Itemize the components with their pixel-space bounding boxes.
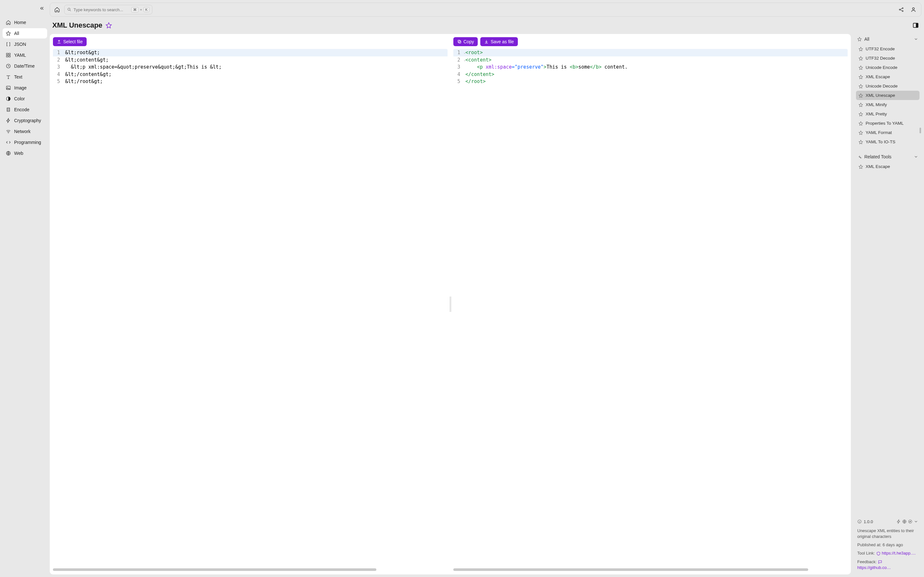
related-section-header[interactable]: Related Tools xyxy=(854,152,921,162)
star-icon xyxy=(857,37,862,41)
star-icon xyxy=(859,65,863,70)
page-title: XML Unescape xyxy=(52,21,102,29)
tool-label: Properties To YAML xyxy=(866,121,904,126)
tool-list[interactable]: UTF32 Encode UTF32 Decode Unicode Encode… xyxy=(854,44,921,148)
tool-item-unicode-encode[interactable]: Unicode Encode xyxy=(856,63,919,72)
globe-icon[interactable] xyxy=(902,519,907,524)
sidebar-collapse-button[interactable] xyxy=(38,5,46,12)
tool-item-yaml-format[interactable]: YAML Format xyxy=(856,128,919,137)
star-icon xyxy=(859,164,863,169)
tool-item-xml-pretty[interactable]: XML Pretty xyxy=(856,109,919,119)
output-h-scrollbar[interactable] xyxy=(453,568,848,571)
copy-icon xyxy=(457,39,462,44)
home-icon xyxy=(54,7,60,13)
favorite-button[interactable] xyxy=(105,22,112,29)
tool-link-line: Tool Link: https://t.he3app.co… xyxy=(857,550,918,556)
user-icon xyxy=(911,7,916,13)
tool-item-utf32-decode[interactable]: UTF32 Decode xyxy=(856,53,919,63)
tool-item-xml-escape[interactable]: XML Escape xyxy=(856,72,919,81)
content-row: Select file 1&lt;root&gt; 2&lt;content&g… xyxy=(50,34,921,574)
bolt-icon xyxy=(6,118,11,123)
brackets-icon xyxy=(6,42,11,47)
share-button[interactable] xyxy=(897,5,906,14)
search-box[interactable]: ⌘ + K xyxy=(64,5,152,15)
chevron-down-icon xyxy=(914,155,918,159)
tool-label: YAML To IO-TS xyxy=(866,139,895,144)
search-icon xyxy=(67,7,71,12)
nav-label: Date/Time xyxy=(14,63,35,69)
nav-label: YAML xyxy=(14,53,26,58)
input-code-area[interactable]: 1&lt;root&gt; 2&lt;content&gt; 3 &lt;p x… xyxy=(53,49,447,567)
select-file-button[interactable]: Select file xyxy=(53,37,87,46)
input-h-scrollbar[interactable] xyxy=(53,568,447,571)
feedback-link[interactable]: https://github.com/… xyxy=(857,565,893,571)
related-item-xml-escape[interactable]: XML Escape xyxy=(856,162,919,171)
nav-item-encode[interactable]: Encode xyxy=(3,105,47,115)
nav-label: Image xyxy=(14,85,27,90)
tool-item-properties-to-yaml[interactable]: Properties To YAML xyxy=(856,119,919,128)
related-list: XML Escape xyxy=(854,162,921,173)
tool-label: XML Pretty xyxy=(866,111,887,116)
save-as-file-button[interactable]: Save as file xyxy=(480,37,517,46)
copy-button[interactable]: Copy xyxy=(453,37,478,46)
nav-item-yaml[interactable]: YAML xyxy=(3,50,47,60)
star-icon xyxy=(859,47,863,51)
tool-label: XML Escape xyxy=(866,74,890,79)
tool-label: YAML Format xyxy=(866,130,892,135)
code-line: 1&lt;root&gt; xyxy=(53,49,447,56)
search-input[interactable] xyxy=(71,7,131,12)
button-label: Copy xyxy=(464,39,474,44)
editors: Select file 1&lt;root&gt; 2&lt;content&g… xyxy=(50,34,851,574)
panel-icon xyxy=(913,22,919,29)
nav-label: Home xyxy=(14,20,26,25)
star-icon xyxy=(859,121,863,126)
tool-label: XML Minify xyxy=(866,102,887,107)
tool-item-xml-minify[interactable]: XML Minify xyxy=(856,100,919,109)
bolt-icon[interactable] xyxy=(897,519,901,524)
check-circle-icon[interactable] xyxy=(908,519,913,524)
nav-item-programming[interactable]: Programming xyxy=(3,137,47,147)
all-section-header[interactable]: All xyxy=(854,34,921,44)
tool-link[interactable]: https://t.he3app.co… xyxy=(882,550,917,556)
nav-label: JSON xyxy=(14,42,26,47)
tool-list-scrollbar-thumb[interactable] xyxy=(919,127,921,133)
nav-item-network[interactable]: Network xyxy=(3,126,47,137)
output-code-area[interactable]: 1⌄<root> 2⌄<content> 3 <p xml:space="pre… xyxy=(453,49,848,567)
nav-item-text[interactable]: Text xyxy=(3,72,47,82)
tool-item-xml-unescape[interactable]: XML Unescape xyxy=(856,91,919,100)
home-icon xyxy=(6,20,11,25)
tool-label: XML Escape xyxy=(866,164,890,169)
home-button[interactable] xyxy=(53,6,61,13)
star-icon xyxy=(859,103,863,107)
nav-item-all[interactable]: All xyxy=(3,28,47,39)
nav-item-image[interactable]: Image xyxy=(3,83,47,93)
wifi-icon xyxy=(6,129,11,134)
tool-description: Unescape XML entities to their original … xyxy=(857,528,918,540)
sidebar: Home All JSON YAML Date/Time Text Image xyxy=(0,0,50,577)
tool-item-unicode-decode[interactable]: Unicode Decode xyxy=(856,81,919,91)
pane-splitter[interactable] xyxy=(448,37,453,572)
nav-item-color[interactable]: Color xyxy=(3,93,47,104)
tool-item-yaml-to-iots[interactable]: YAML To IO-TS xyxy=(856,137,919,147)
star-icon xyxy=(859,140,863,144)
code-line: 2&lt;content&gt; xyxy=(53,56,447,64)
nav-item-json[interactable]: JSON xyxy=(3,39,47,49)
button-label: Save as file xyxy=(491,39,514,44)
nav-item-home[interactable]: Home xyxy=(3,17,47,27)
toggle-side-panel-button[interactable] xyxy=(913,22,919,29)
code-icon xyxy=(6,140,11,145)
nav-item-datetime[interactable]: Date/Time xyxy=(3,61,47,71)
message-icon xyxy=(878,560,882,564)
code-line: 1⌄<root> xyxy=(453,49,848,56)
chevron-down-icon[interactable] xyxy=(914,519,918,524)
nav-label: Network xyxy=(14,129,31,134)
account-button[interactable] xyxy=(909,5,918,14)
section-title: All xyxy=(864,37,869,42)
nav-item-web[interactable]: Web xyxy=(3,148,47,158)
tool-item-utf32-encode[interactable]: UTF32 Encode xyxy=(856,44,919,53)
nav-label: Color xyxy=(14,96,25,101)
nav-item-cryptography[interactable]: Cryptography xyxy=(3,115,47,126)
nav-label: Web xyxy=(14,151,23,156)
star-icon xyxy=(859,75,863,79)
tool-label: XML Unescape xyxy=(866,93,895,98)
